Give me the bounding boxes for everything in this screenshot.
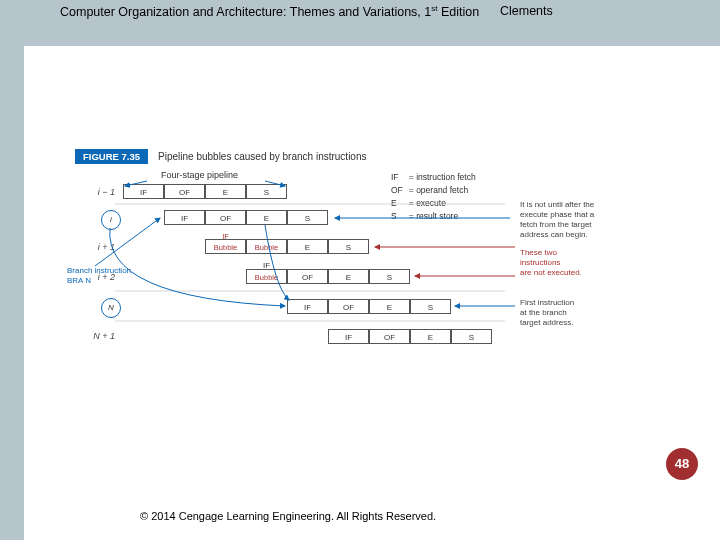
legend-e: = execute — [407, 198, 478, 209]
header-author: Clements — [500, 4, 553, 18]
figure-tag: FIGURE 7.35 — [75, 149, 148, 164]
side-accent-bar — [0, 0, 24, 540]
note-first-instruction: First instruction at the branch target a… — [520, 298, 574, 328]
figure-caption: Pipeline bubbles caused by branch instru… — [158, 151, 366, 162]
row-label-0: i − 1 — [75, 187, 115, 197]
circle-n-marker: N — [101, 298, 121, 318]
legend-if: = instruction fetch — [407, 172, 478, 183]
page-number-badge: 48 — [666, 448, 698, 480]
row-label-2: i + 1 — [75, 242, 115, 252]
if-label-row3: IF — [246, 258, 287, 273]
title-suffix: Edition — [438, 5, 480, 19]
title-prefix: Computer Organization and Architecture: … — [60, 5, 431, 19]
figure-area: FIGURE 7.35 Pipeline bubbles caused by b… — [75, 148, 645, 378]
branch-label: Branch instruction BRA N — [67, 266, 131, 286]
legend-of: = operand fetch — [407, 185, 478, 196]
stage-legend: IF= instruction fetch OF= operand fetch … — [387, 170, 480, 224]
header-title: Computer Organization and Architecture: … — [60, 4, 479, 19]
footer-copyright: © 2014 Cengage Learning Engineering. All… — [140, 510, 436, 522]
row-label-5: N + 1 — [75, 331, 115, 341]
note-two-instructions: These two instructions are not executed. — [520, 248, 582, 278]
circle-i-marker: i — [101, 210, 121, 230]
four-stage-label: Four-stage pipeline — [161, 170, 238, 180]
legend-s: = result store — [407, 211, 478, 222]
figure-banner: FIGURE 7.35 Pipeline bubbles caused by b… — [75, 148, 367, 165]
note-execute-phase: It is not until after the execute phase … — [520, 200, 594, 240]
